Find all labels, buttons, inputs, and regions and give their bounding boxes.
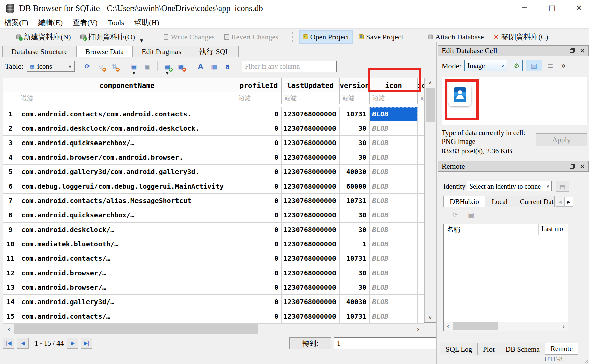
cell-componentName[interactable]: com.android.quicksearchbox/… bbox=[18, 208, 236, 223]
last-record-button[interactable]: ▶| bbox=[81, 338, 92, 349]
cell-partial[interactable] bbox=[418, 266, 424, 280]
cell-lastUpdated[interactable]: 1230768000000 bbox=[282, 266, 340, 280]
cell-profileId[interactable]: 0 bbox=[236, 136, 282, 150]
cell-version[interactable]: 30 bbox=[340, 121, 370, 136]
cell-profileId[interactable]: 0 bbox=[236, 208, 282, 223]
cell-partial[interactable] bbox=[418, 121, 424, 136]
cell-partial[interactable] bbox=[418, 251, 424, 266]
cell-profileId[interactable]: 0 bbox=[236, 295, 282, 309]
encoding-button[interactable]: a bbox=[221, 60, 234, 72]
grid-vertical-scrollbar[interactable]: ∧ ∨ bbox=[424, 78, 436, 322]
cell-version[interactable]: 30 bbox=[340, 223, 370, 237]
save-project-button[interactable]: Save Project bbox=[355, 31, 407, 43]
cell-version[interactable]: 10731 bbox=[340, 107, 370, 121]
column-header-lastUpdated[interactable]: lastUpdated bbox=[282, 78, 340, 93]
cell-partial[interactable] bbox=[418, 150, 424, 165]
cell-profileId[interactable]: 0 bbox=[236, 280, 282, 295]
undock-icon[interactable] bbox=[570, 48, 575, 53]
vertical-scroll-thumb[interactable] bbox=[426, 88, 435, 122]
remote-list-name-header[interactable]: 名稱 bbox=[444, 224, 539, 235]
cell-icon-blob[interactable]: BLOB bbox=[370, 179, 418, 194]
cell-icon-blob[interactable]: BLOB bbox=[370, 165, 418, 179]
cell-version[interactable]: 30 bbox=[340, 266, 370, 280]
text-format-button[interactable]: A bbox=[194, 60, 207, 72]
cell-lastUpdated[interactable]: 1230768000000 bbox=[282, 136, 340, 150]
insert-record-button[interactable]: ▦+▼ bbox=[161, 60, 174, 72]
clear-filters-button[interactable]: ▽− bbox=[94, 60, 108, 72]
cell-profileId[interactable]: 0 bbox=[236, 237, 282, 251]
cell-componentName[interactable]: com.android.gallery3d/… bbox=[18, 295, 236, 309]
scroll-right-icon[interactable]: › bbox=[413, 324, 423, 334]
goto-input[interactable]: 1 bbox=[334, 337, 437, 349]
cell-version[interactable]: 30 bbox=[340, 150, 370, 165]
overflow-button[interactable]: » bbox=[558, 60, 569, 71]
tab-database-structure[interactable]: Database Structure bbox=[2, 46, 77, 57]
close-window-button[interactable]: ✕ bbox=[568, 0, 589, 16]
next-record-button[interactable]: ▶ bbox=[67, 338, 78, 349]
cell-componentName[interactable]: com.android.contacts/… bbox=[18, 309, 236, 324]
filter-input-profileId[interactable]: 過濾 bbox=[236, 92, 282, 104]
filter-any-column-input[interactable]: Filter in any column bbox=[242, 61, 337, 72]
cell-version[interactable]: 60000 bbox=[340, 179, 370, 194]
cell-lastUpdated[interactable]: 1230768000000 bbox=[282, 121, 340, 136]
minimize-button[interactable]: ─ bbox=[514, 0, 535, 16]
save-results-button[interactable]: ▤▼ bbox=[127, 60, 141, 72]
column-header-version[interactable]: version bbox=[340, 78, 370, 93]
cell-componentName[interactable]: com.android.browser/… bbox=[18, 266, 236, 280]
cell-profileId[interactable]: 0 bbox=[236, 150, 282, 165]
cell-lastUpdated[interactable]: 1230768000000 bbox=[282, 295, 340, 309]
column-header-profileId[interactable]: profileId bbox=[236, 78, 282, 93]
cell-lastUpdated[interactable]: 1230768000000 bbox=[282, 208, 340, 223]
cell-partial[interactable] bbox=[418, 208, 424, 223]
menu-help[interactable]: 幫助(H) bbox=[134, 17, 159, 28]
tab-current-database[interactable]: Current Dat bbox=[514, 196, 555, 207]
cell-componentName[interactable]: com.android.gallery3d/com.android.galler… bbox=[18, 165, 236, 179]
cell-profileId[interactable]: 0 bbox=[236, 194, 282, 208]
tabs-scroll-left-icon[interactable]: ◀ bbox=[556, 197, 564, 207]
cell-componentName[interactable]: com.android.contacts/alias.MessageShortc… bbox=[18, 194, 236, 208]
cell-version[interactable]: 30 bbox=[340, 136, 370, 150]
cell-partial[interactable] bbox=[418, 237, 424, 251]
table-select[interactable]: ▦ icons ∨ bbox=[27, 61, 75, 72]
cell-version[interactable]: 30 bbox=[340, 280, 370, 295]
scroll-up-icon[interactable]: ∧ bbox=[425, 78, 436, 87]
cell-profileId[interactable]: 0 bbox=[236, 179, 282, 194]
cell-profileId[interactable]: 0 bbox=[236, 223, 282, 237]
cell-icon-blob[interactable]: BLOB bbox=[370, 309, 418, 324]
menu-view[interactable]: 查看(V) bbox=[73, 17, 98, 28]
cell-partial[interactable] bbox=[418, 223, 424, 237]
cell-icon-blob[interactable]: BLOB bbox=[370, 251, 418, 266]
tab-sql-log[interactable]: SQL Log bbox=[440, 343, 478, 355]
cell-lastUpdated[interactable]: 1230768000000 bbox=[282, 150, 340, 165]
remote-scroll-right-icon[interactable]: › bbox=[559, 322, 568, 331]
cell-icon-blob[interactable]: BLOB bbox=[370, 280, 418, 295]
cell-componentName[interactable]: com.android.browser/com.android.browser. bbox=[18, 150, 236, 165]
menu-edit[interactable]: 編輯(E) bbox=[38, 17, 63, 28]
tab-browse-data[interactable]: Browse Data bbox=[76, 46, 133, 57]
tabs-scroll-right-icon[interactable]: ▶ bbox=[564, 197, 573, 207]
attach-database-button[interactable]: Attach Database bbox=[424, 31, 487, 43]
cell-lastUpdated[interactable]: 1230768000000 bbox=[282, 179, 340, 194]
cell-componentName[interactable]: com.android.contacts/… bbox=[18, 251, 236, 266]
maximize-button[interactable]: □ bbox=[542, 0, 562, 16]
apply-button[interactable]: Apply bbox=[536, 133, 587, 146]
cell-icon-blob[interactable]: BLOB bbox=[370, 237, 418, 251]
cell-version[interactable]: 1 bbox=[340, 237, 370, 251]
cell-lastUpdated[interactable]: 1230768000000 bbox=[282, 237, 340, 251]
prev-record-button[interactable]: ◀ bbox=[17, 338, 29, 349]
cell-partial[interactable] bbox=[418, 179, 424, 194]
cell-componentName[interactable]: com.mediatek.bluetooth/… bbox=[18, 237, 236, 251]
dropdown-arrow-icon[interactable]: ▼ bbox=[166, 71, 169, 75]
tab-local[interactable]: Local bbox=[485, 196, 514, 207]
scroll-left-icon[interactable]: ‹ bbox=[4, 324, 14, 334]
cell-lastUpdated[interactable]: 1230768000000 bbox=[282, 309, 340, 324]
clear-sort-button[interactable]: ⇅− bbox=[108, 60, 121, 72]
tab-dbhub[interactable]: DBHub.io bbox=[443, 196, 485, 207]
cell-lastUpdated[interactable]: 1230768000000 bbox=[282, 223, 340, 237]
cell-version[interactable]: 10731 bbox=[340, 194, 370, 208]
cell-componentName[interactable]: com.android.quicksearchbox/… bbox=[18, 136, 236, 150]
cell-icon-blob[interactable]: BLOB bbox=[370, 266, 418, 280]
remote-clone-db-icon[interactable]: ▣ bbox=[468, 211, 474, 219]
menu-file[interactable]: 檔案(F) bbox=[4, 17, 28, 28]
cell-lastUpdated[interactable]: 1230768000000 bbox=[282, 194, 340, 208]
